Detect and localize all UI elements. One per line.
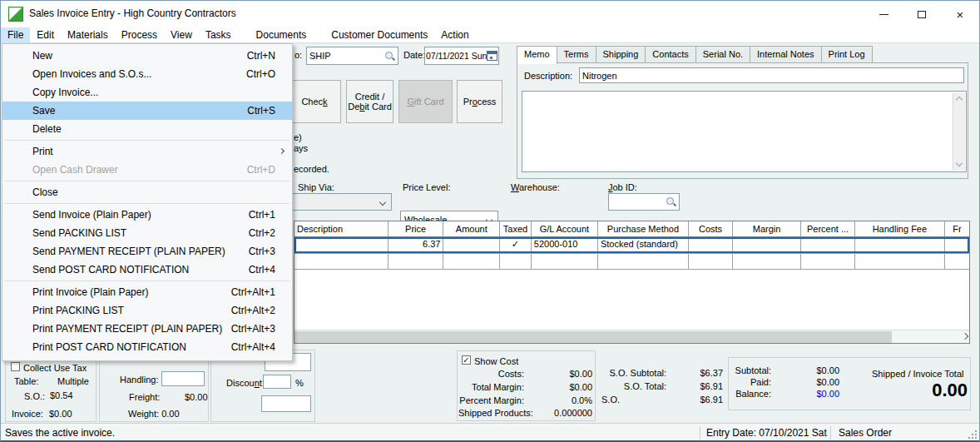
so-label: S.O. (601, 395, 620, 405)
invoice-totals-groupbox: Subtotal: $0.00 Paid: $0.00 Balance: $0.… (728, 357, 971, 410)
column-header[interactable]: Price (389, 221, 444, 236)
close-button[interactable]: × (941, 1, 979, 27)
shipped-invoice-total-value: 0.00 (867, 380, 968, 401)
subtotal-label: Subtotal: (730, 365, 771, 375)
menu-file[interactable]: File (1, 27, 30, 42)
menu-action[interactable]: Action (434, 27, 475, 42)
menu-item-new[interactable]: NewCtrl+N (2, 47, 292, 65)
menu-item-delete[interactable]: Delete (2, 120, 292, 138)
description-input[interactable]: Nitrogen (579, 67, 964, 83)
total-margin-label: Total Margin: (458, 382, 524, 392)
process-button[interactable]: Process (457, 80, 502, 123)
tax-so-label: S.O.: (24, 391, 45, 401)
menu-separator (5, 140, 290, 141)
percent-margin-value: 0.0% (527, 395, 592, 405)
menu-customer-documents[interactable]: Customer Documents (324, 27, 434, 42)
price-cell[interactable]: 6.37 (389, 237, 444, 253)
scrollbar-thumb[interactable] (294, 331, 892, 343)
menu-bar: File Edit Materials Process View Tasks D… (1, 27, 979, 42)
column-header[interactable]: G/L Account (532, 221, 598, 236)
menu-item-send-payment-receipt[interactable]: Send PAYMENT RECEIPT (PLAIN PAPER)Ctrl+3 (2, 242, 292, 261)
so-subtotal-value: $6.37 (666, 368, 723, 378)
hidden-text-fragment: ays (294, 143, 308, 153)
menu-separator (5, 203, 290, 204)
column-header[interactable]: Purchase Method (598, 221, 689, 236)
column-header[interactable]: Fr (945, 221, 969, 236)
ship-to-input[interactable]: SHIP (306, 47, 398, 65)
discount-input[interactable] (263, 375, 291, 389)
tab-memo[interactable]: Memo (517, 46, 557, 64)
menu-process[interactable]: Process (115, 27, 164, 42)
ship-via-select[interactable] (282, 193, 392, 211)
menu-item-send-packing-list[interactable]: Send PACKING LISTCtrl+2 (2, 224, 292, 242)
column-header[interactable]: Percent ... (801, 221, 855, 236)
scroll-up-icon[interactable] (956, 97, 963, 103)
menu-edit[interactable]: Edit (30, 27, 61, 42)
menu-tasks[interactable]: Tasks (199, 27, 238, 42)
table-row-selected[interactable]: 6.37 ✓ 52000-010 Stocked (standard) (294, 237, 969, 254)
column-header[interactable]: Amount (443, 221, 500, 236)
ship-to-search-icon[interactable] (384, 51, 395, 62)
menu-item-print-invoice[interactable]: Print Invoice (Plain Paper)Ctrl+Alt+1 (2, 283, 292, 301)
menu-item-print-post-card[interactable]: Print POST CARD NOTIFICATIONCtrl+Alt+4 (2, 338, 292, 356)
collect-use-tax-checkbox[interactable] (11, 362, 20, 371)
column-header[interactable]: Margin (733, 221, 801, 236)
menu-item-save[interactable]: SaveCtrl+S (2, 102, 292, 120)
menu-item-close[interactable]: Close (2, 183, 292, 201)
credit-debit-card-button[interactable]: Credit / Debit Card (346, 80, 393, 123)
taxed-cell[interactable]: ✓ (500, 237, 532, 253)
scroll-right-icon[interactable] (962, 333, 968, 340)
ship-to-label-fragment: o: (294, 50, 302, 60)
status-bar: Saves the active invoice. Entry Date: 07… (1, 423, 979, 441)
column-header[interactable]: Costs (689, 221, 733, 236)
tab-terms[interactable]: Terms (557, 46, 596, 63)
scroll-down-icon[interactable] (956, 160, 963, 166)
column-header[interactable]: Taxed (500, 221, 532, 236)
calendar-icon[interactable] (487, 51, 497, 61)
handling-input[interactable] (161, 371, 205, 386)
tab-shipping[interactable]: Shipping (596, 46, 646, 63)
menu-item-print-packing-list[interactable]: Print PACKING LISTCtrl+Alt+2 (2, 301, 292, 320)
memo-tabstrip: Memo Terms Shipping Contacts Serial No. … (517, 46, 873, 63)
memo-textarea[interactable] (522, 91, 967, 172)
gl-account-cell[interactable]: 52000-010 (532, 237, 598, 253)
menu-item-print-payment-receipt[interactable]: Print PAYMENT RECEIPT (PLAIN PAPER)Ctrl+… (2, 320, 292, 338)
subtotal-value: $0.00 (784, 365, 839, 375)
price-level-label: Price Level: (403, 182, 450, 192)
menu-item-open-invoices[interactable]: Open Invoices and S.O.s...Ctrl+O (2, 65, 292, 83)
menu-item-send-post-card[interactable]: Send POST CARD NOTIFICATIONCtrl+4 (2, 261, 292, 279)
menu-view[interactable]: View (164, 27, 199, 42)
column-header[interactable]: Description (294, 221, 389, 236)
job-id-input[interactable] (608, 193, 680, 211)
job-id-search-icon[interactable] (666, 196, 676, 207)
menu-item-copy-invoice[interactable]: Copy Invoice... (2, 83, 292, 102)
minimize-button[interactable] (864, 1, 903, 27)
show-cost-groupbox: ✓ Show Cost Costs: $0.00 Total Margin: $… (457, 350, 596, 421)
table-row-empty[interactable] (294, 254, 969, 270)
menu-item-send-invoice[interactable]: Send Invoice (Plain Paper)Ctrl+1 (2, 206, 292, 224)
menu-materials[interactable]: Materials (61, 27, 115, 42)
menu-item-print[interactable]: Print (2, 142, 292, 161)
tab-internal-notes[interactable]: Internal Notes (750, 46, 821, 63)
tab-contacts[interactable]: Contacts (646, 46, 695, 63)
handling-label: Handling: (120, 375, 158, 385)
date-input[interactable]: 07/11/2021 Sun (424, 47, 499, 65)
tab-serial-no[interactable]: Serial No. (696, 46, 750, 63)
title-bar: Sales Invoice Entry - High Country Contr… (1, 1, 979, 27)
tax-invoice-label: Invoice: (12, 409, 43, 419)
resize-grip[interactable] (967, 429, 977, 439)
balance-value: $0.00 (784, 389, 839, 399)
discount-amount-input[interactable] (261, 395, 311, 412)
horizontal-scrollbar[interactable] (294, 330, 969, 343)
show-cost-checkbox[interactable]: ✓ (462, 355, 471, 365)
menu-documents[interactable]: Documents (250, 27, 314, 42)
maximize-button[interactable] (903, 1, 941, 27)
warehouse-label: Warehouse: (511, 182, 560, 192)
memo-scrollbar[interactable] (953, 92, 965, 171)
tab-print-log[interactable]: Print Log (822, 46, 873, 63)
column-header[interactable]: Handling Fee (855, 221, 945, 236)
memo-panel: Description: Nitrogen (517, 62, 968, 179)
chevron-down-icon (379, 199, 386, 206)
purchase-method-cell[interactable]: Stocked (standard) (598, 237, 689, 253)
check-button[interactable]: Check (288, 80, 341, 123)
